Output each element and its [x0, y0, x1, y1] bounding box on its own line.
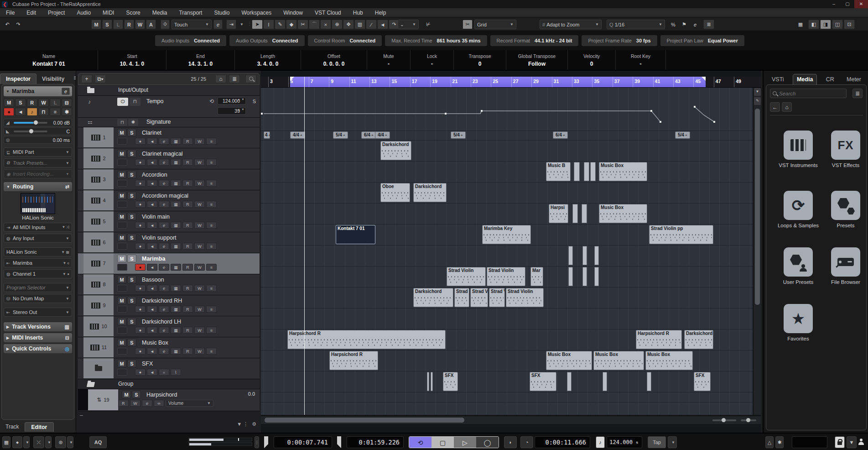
selected-track-header[interactable]: ▼ Marimba e: [4, 86, 72, 96]
vertical-zoom-slider[interactable]: [741, 419, 756, 421]
monitor-icon[interactable]: ◄: [147, 369, 157, 376]
play-button[interactable]: ▷: [454, 437, 476, 448]
info-root-key[interactable]: Root Key-: [616, 50, 666, 70]
menu-edit[interactable]: Edit: [21, 8, 42, 17]
mute-button[interactable]: M: [117, 276, 126, 283]
midi-event[interactable]: Strad V: [470, 288, 488, 307]
track-zoom-preset-icon[interactable]: ▼: [754, 88, 761, 96]
midi-event-small[interactable]: [427, 372, 429, 391]
media-tile-loops-samples[interactable]: ⟳: [784, 191, 813, 220]
track-row-violin-main[interactable]: 5MSViolin main●◄e▦RW≡: [78, 211, 260, 232]
monitor-icon[interactable]: ◄: [147, 285, 157, 292]
edit-channel-icon[interactable]: e: [62, 88, 70, 95]
drum-map-dropdown[interactable]: ⛁No Drum Map▼: [4, 294, 72, 303]
output-patch-dropdown[interactable]: ⇤Marimba▼ e: [4, 258, 72, 267]
record-enable-icon[interactable]: ●: [135, 201, 146, 208]
color-tool-dropdown[interactable]: ◒▼: [398, 20, 419, 29]
instrument-icon[interactable]: ▦: [171, 159, 181, 166]
play-tool-icon[interactable]: ◄: [377, 20, 388, 29]
tempo-track-icon[interactable]: ♪: [596, 436, 605, 448]
tempo-refresh-icon[interactable]: ⟲: [209, 98, 214, 105]
instrument-icon[interactable]: ▦: [171, 243, 181, 250]
instrument-icon[interactable]: ▦: [171, 285, 181, 292]
horizontal-scroll-thumb[interactable]: [265, 418, 464, 423]
signature-lock-icon[interactable]: ⊓: [117, 119, 127, 126]
automation-panel-icon[interactable]: ⟐: [161, 20, 170, 29]
comp-tool-icon[interactable]: ✥: [343, 20, 354, 29]
layout-left-zone-icon[interactable]: ◧: [808, 20, 819, 29]
global-automation-s[interactable]: S: [102, 20, 112, 29]
solo-button[interactable]: S: [127, 318, 136, 325]
audio-alignment-dropdown-icon[interactable]: ▼: [45, 436, 52, 448]
write-automation-icon[interactable]: W: [194, 243, 205, 250]
midi-event[interactable]: Strad Violin: [506, 288, 544, 307]
midi-event[interactable]: Harpsi: [549, 204, 568, 223]
midi-inserts-section[interactable]: ▶MIDI Inserts⊟: [4, 333, 72, 342]
audio-alignment-transport-icon[interactable]: ⤫: [33, 436, 44, 448]
horizontal-zoom-slider[interactable]: [712, 419, 736, 421]
midi-event-small[interactable]: [568, 267, 573, 286]
group-equal-icon[interactable]: =: [159, 369, 169, 376]
instrument-icon[interactable]: ▦: [171, 180, 181, 187]
read-automation-icon[interactable]: R: [182, 159, 193, 166]
monitor-icon[interactable]: ◄: [147, 327, 157, 334]
record-enable-icon[interactable]: ●: [135, 138, 146, 145]
instrument-icon[interactable]: ▦: [171, 327, 181, 334]
cycle-button[interactable]: ⟲: [409, 437, 431, 448]
lanes-icon[interactable]: ≡: [206, 285, 217, 292]
menu-hub[interactable]: Hub: [347, 8, 369, 17]
monitor-icon[interactable]: ◄: [147, 159, 157, 166]
track-row-accordion-magical[interactable]: 4MSAccordion magical●◄e▦RW≡: [78, 190, 260, 211]
program-selector-dropdown[interactable]: Program Selector▼: [4, 283, 72, 292]
freeze-icon[interactable]: ✱: [62, 108, 72, 116]
media-tile-presets[interactable]: [831, 191, 860, 220]
tempo-activate-button[interactable]: ⏻: [117, 98, 128, 106]
midi-event[interactable]: Harpsichord R: [287, 330, 446, 349]
primary-time-display[interactable]: 0:00:11.666: [535, 436, 590, 448]
layout-right-zone-icon[interactable]: ◫: [832, 20, 843, 29]
meter-options-icon[interactable]: ⋮: [255, 436, 259, 448]
split-tool-icon[interactable]: ✂: [297, 20, 308, 29]
read-automation-icon[interactable]: R: [182, 348, 193, 355]
track-row-accordion[interactable]: 3MSAccordion●◄e▦RW≡: [78, 169, 260, 190]
track-row-sfx[interactable]: MSSFX●◄=⌇: [78, 358, 260, 379]
edit-channel-icon[interactable]: e: [159, 159, 169, 166]
read-automation-icon[interactable]: R: [118, 400, 129, 407]
tempo-display[interactable]: 124.000 ⇅: [607, 436, 642, 448]
menu-score[interactable]: Score: [120, 8, 146, 17]
solo-button[interactable]: S: [127, 234, 136, 241]
home-view-icon[interactable]: ⌂: [215, 75, 226, 83]
erase-tool-icon[interactable]: ◆: [286, 20, 297, 29]
mute-button[interactable]: M: [117, 360, 126, 367]
mute-button[interactable]: M: [117, 255, 126, 262]
solo-button[interactable]: S: [127, 276, 136, 283]
redo-icon[interactable]: ↷: [14, 20, 23, 29]
rightzone-tab-vsti[interactable]: VSTi: [768, 74, 788, 84]
instrument-dropdown[interactable]: HALion Sonic▼ ▦: [4, 247, 72, 256]
media-search-box[interactable]: [770, 89, 847, 98]
midi-event-small[interactable]: [567, 372, 572, 391]
midi-event[interactable]: SFX: [694, 372, 711, 391]
audio-alignment-icon[interactable]: ≣: [703, 20, 714, 29]
vertical-scroll-thumb[interactable]: [755, 109, 760, 305]
horizontal-scrollbar[interactable]: [261, 416, 761, 424]
layout-lower-zone-icon[interactable]: ◨: [820, 20, 831, 29]
midi-input-channel-dropdown[interactable]: ◍Any Input▼: [4, 234, 72, 243]
track-row-violin-support[interactable]: 6MSViolin support●◄e▦RW≡: [78, 232, 260, 253]
mute-button[interactable]: M: [117, 297, 126, 304]
right-locator-icon[interactable]: [337, 436, 341, 448]
close-button[interactable]: ✕: [854, 0, 868, 8]
read-automation-icon[interactable]: R: [182, 264, 193, 271]
undo-icon[interactable]: ↶: [3, 20, 12, 29]
lanes-icon[interactable]: ≡: [206, 264, 217, 271]
midi-event-small[interactable]: [572, 204, 578, 223]
record-enable-icon[interactable]: ●: [135, 327, 146, 334]
midi-event[interactable]: Music Box: [599, 162, 647, 181]
globe-icon[interactable]: ⊛: [55, 436, 66, 448]
zoom-tool-icon[interactable]: ✎: [754, 97, 761, 105]
solo-button[interactable]: S: [132, 391, 141, 398]
mute-button[interactable]: M: [117, 129, 126, 136]
layout-setup-icon[interactable]: ⊡: [844, 20, 855, 29]
snap-on-off-icon[interactable]: ✂: [463, 20, 473, 29]
tab-editor[interactable]: Editor: [25, 422, 54, 432]
